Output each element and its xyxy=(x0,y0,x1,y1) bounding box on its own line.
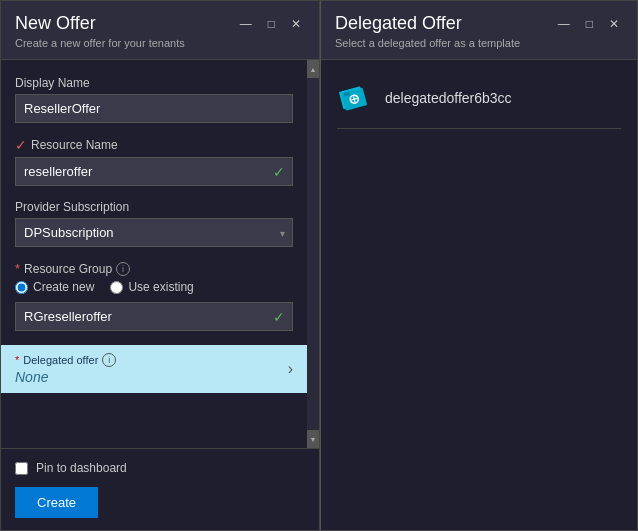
scroll-track xyxy=(307,78,319,430)
left-title-controls: — □ ✕ xyxy=(236,16,305,32)
right-panel-content: delegatedoffer6b3cc xyxy=(321,60,637,149)
offer-name: delegatedoffer6b3cc xyxy=(385,90,512,106)
left-close-btn[interactable]: ✕ xyxy=(287,16,305,32)
delegated-offer-info-icon[interactable]: i xyxy=(102,353,116,367)
offer-icon-container xyxy=(337,80,373,116)
resource-name-required: ✓ xyxy=(15,137,27,153)
delegated-offer-left: * Delegated offer i None xyxy=(15,353,116,385)
delegated-offer-required-star: * xyxy=(15,354,19,366)
left-scroll-content: Display Name ✓ Resource Name ✓ xyxy=(1,60,307,448)
radio-use-existing[interactable]: Use existing xyxy=(110,280,193,294)
display-name-label: Display Name xyxy=(15,76,293,90)
pin-to-dashboard-checkbox[interactable] xyxy=(15,462,28,475)
resource-group-check-icon: ✓ xyxy=(273,309,285,325)
left-minimize-btn[interactable]: — xyxy=(236,16,256,32)
resource-group-group: * Resource Group i Create new Use existi… xyxy=(15,261,293,331)
display-name-group: Display Name xyxy=(15,76,293,123)
scroll-up-button[interactable]: ▲ xyxy=(307,60,319,78)
resource-group-input[interactable] xyxy=(15,302,293,331)
left-panel-title: New Offer xyxy=(15,13,96,34)
delegated-offer-field[interactable]: * Delegated offer i None › xyxy=(1,345,307,393)
right-maximize-btn[interactable]: □ xyxy=(582,16,597,32)
right-panel-title: Delegated Offer xyxy=(335,13,462,34)
right-panel-subtitle: Select a delegated offer as a template xyxy=(335,37,623,49)
radio-create-new[interactable]: Create new xyxy=(15,280,94,294)
offer-icon xyxy=(337,80,373,116)
provider-subscription-group: Provider Subscription DPSubscription ▾ xyxy=(15,200,293,247)
provider-subscription-select-wrapper: DPSubscription ▾ xyxy=(15,218,293,247)
resource-group-info-icon[interactable]: i xyxy=(116,262,130,276)
resource-name-check-icon: ✓ xyxy=(273,164,285,180)
left-panel-subtitle: Create a new offer for your tenants xyxy=(15,37,305,49)
left-custom-scrollbar: ▲ ▼ xyxy=(307,60,319,448)
pin-to-dashboard-label: Pin to dashboard xyxy=(36,461,127,475)
right-minimize-btn[interactable]: — xyxy=(554,16,574,32)
left-panel-footer: Pin to dashboard Create xyxy=(1,448,319,530)
display-name-input[interactable] xyxy=(15,94,293,123)
offer-item[interactable]: delegatedoffer6b3cc xyxy=(337,80,621,129)
left-panel-header: New Offer — □ ✕ Create a new offer for y… xyxy=(1,1,319,60)
scroll-down-button[interactable]: ▼ xyxy=(307,430,319,448)
radio-use-existing-input[interactable] xyxy=(110,281,123,294)
display-name-input-wrapper xyxy=(15,94,293,123)
resource-name-group: ✓ Resource Name ✓ xyxy=(15,137,293,186)
create-button[interactable]: Create xyxy=(15,487,98,518)
left-scroll-area: Display Name ✓ Resource Name ✓ xyxy=(1,60,319,448)
delegated-offer-arrow-icon: › xyxy=(288,360,293,378)
provider-subscription-select[interactable]: DPSubscription xyxy=(15,218,293,247)
right-title-controls: — □ ✕ xyxy=(554,16,623,32)
radio-create-new-input[interactable] xyxy=(15,281,28,294)
delegated-offer-value: None xyxy=(15,369,116,385)
left-panel-title-row: New Offer — □ ✕ xyxy=(15,13,305,34)
pin-to-dashboard-row: Pin to dashboard xyxy=(15,461,305,475)
right-panel-header: Delegated Offer — □ ✕ Select a delegated… xyxy=(321,1,637,60)
resource-name-input[interactable] xyxy=(15,157,293,186)
new-offer-panel: New Offer — □ ✕ Create a new offer for y… xyxy=(0,0,320,531)
right-close-btn[interactable]: ✕ xyxy=(605,16,623,32)
delegated-offer-panel: Delegated Offer — □ ✕ Select a delegated… xyxy=(320,0,638,531)
provider-subscription-label: Provider Subscription xyxy=(15,200,293,214)
resource-group-label: * Resource Group i xyxy=(15,261,293,276)
resource-name-label: ✓ Resource Name xyxy=(15,137,293,153)
resource-group-input-wrapper: ✓ xyxy=(15,302,293,331)
resource-group-radio-group: Create new Use existing xyxy=(15,280,293,294)
right-panel-title-row: Delegated Offer — □ ✕ xyxy=(335,13,623,34)
resource-name-input-wrapper: ✓ xyxy=(15,157,293,186)
resource-group-required-star: * xyxy=(15,261,20,276)
left-maximize-btn[interactable]: □ xyxy=(264,16,279,32)
delegated-offer-section: * Delegated offer i None › xyxy=(1,345,307,393)
delegated-offer-label: * Delegated offer i xyxy=(15,353,116,367)
